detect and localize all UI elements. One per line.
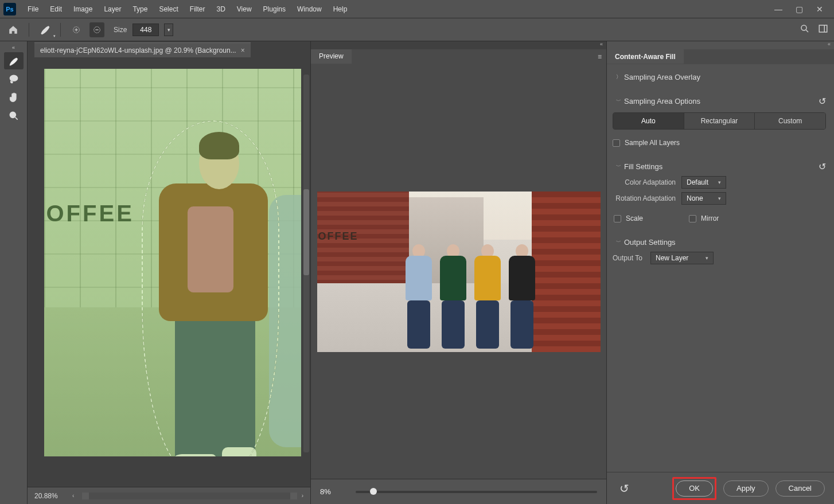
canvas-viewport[interactable]: OFFEE [28,57,310,487]
preview-body[interactable]: OFFEE [311,64,606,479]
section-header-output[interactable]: ﹀ Output Settings [613,234,826,250]
mirror-checkbox-row[interactable]: Mirror [689,211,719,226]
seg-rectangular[interactable]: Rectangular [684,113,755,129]
expand-handle-icon[interactable]: « [12,44,15,52]
menu-3d[interactable]: 3D [211,0,231,18]
menu-plugins[interactable]: Plugins [258,0,291,18]
menu-type[interactable]: Type [127,0,153,18]
lasso-tool[interactable] [4,71,24,88]
zoom-tool[interactable] [4,107,24,124]
menu-view[interactable]: View [231,0,258,18]
color-adaptation-dropdown[interactable]: Default ▾ [681,176,726,189]
reset-all-icon[interactable]: ↺ [616,482,633,495]
document-zoom-value[interactable]: 20.88% [34,492,68,500]
output-to-dropdown[interactable]: New Layer ▾ [650,252,714,264]
document-tab[interactable]: eliott-reyna-jCEpN62oWL4-unsplash.jpg @ … [34,42,251,57]
ok-button[interactable]: OK [676,480,713,497]
menu-layer[interactable]: Layer [98,0,127,18]
size-input[interactable] [132,24,159,36]
rotation-adaptation-dropdown[interactable]: None ▾ [681,192,726,205]
maximize-icon[interactable]: ▢ [794,5,804,14]
menu-help[interactable]: Help [328,0,353,18]
vertical-scrollbar[interactable] [303,75,309,452]
divider [29,23,29,37]
chevron-right-icon[interactable]: › [302,493,303,499]
scale-checkbox-row[interactable]: Scale [614,211,643,226]
caf-body: 〉 Sampling Area Overlay ﹀ Sampling Area … [607,64,834,472]
size-label: Size [114,26,127,34]
tool-preset-icon[interactable] [37,22,52,37]
chevron-down-icon: ▾ [718,196,721,201]
svg-point-2 [801,25,806,30]
seg-custom[interactable]: Custom [755,113,825,129]
workspace-switcher-icon[interactable] [818,24,828,36]
coffee-sign-text: OFFEE [46,201,134,226]
expand-handle-icon[interactable]: « [311,41,606,49]
caf-tab[interactable]: Content-Aware Fill [607,49,684,64]
menu-edit[interactable]: Edit [44,0,68,18]
chevron-down-icon: ﹀ [613,163,624,170]
menu-image[interactable]: Image [68,0,98,18]
expand-handle-icon[interactable]: « [607,41,834,49]
output-to-row: Output To New Layer ▾ [613,250,826,266]
seg-auto[interactable]: Auto [613,113,684,129]
subtract-sampling-icon[interactable] [89,22,104,37]
window-controls: — ▢ ✕ [773,5,831,14]
tab-close-icon[interactable]: × [241,46,245,54]
section-label: Fill Settings [624,162,662,171]
preview-zoom-value[interactable]: 8% [320,487,349,496]
selection-marquee [142,120,279,456]
reset-icon[interactable]: ↺ [819,96,826,107]
section-header-overlay[interactable]: 〉 Sampling Area Overlay [613,69,826,85]
slider-knob[interactable] [370,488,377,495]
menu-window[interactable]: Window [291,0,328,18]
sampling-brush-tool[interactable] [4,52,24,69]
svg-point-4 [10,75,17,81]
preview-image: OFFEE [317,192,601,352]
hand-tool[interactable] [4,89,24,106]
preview-coffee-text: OFFEE [318,230,358,243]
horizontal-scrollbar[interactable] [82,493,297,499]
document-tabstrip: eliott-reyna-jCEpN62oWL4-unsplash.jpg @ … [28,41,310,57]
preview-zoom-slider[interactable] [356,491,597,493]
checkbox-label: Sample All Layers [625,139,680,147]
chevron-left-icon[interactable]: ‹ [72,493,74,499]
preview-tab[interactable]: Preview [311,49,352,64]
scale-mirror-row: Scale Mirror [613,211,826,226]
menu-file[interactable]: File [22,0,44,18]
dropdown-value: None [687,194,703,202]
menu-select[interactable]: Select [153,0,184,18]
options-bar: Size ▾ [0,18,834,41]
reset-icon[interactable]: ↺ [819,161,826,172]
chevron-right-icon: 〉 [613,73,624,81]
size-dropdown-icon[interactable]: ▾ [164,24,173,36]
caf-footer: ↺ OK Apply Cancel [607,472,834,504]
sample-all-layers-row[interactable]: Sample All Layers [613,135,826,150]
preview-footer: 8% [311,479,606,504]
sampling-mode-group: Auto Rectangular Custom [613,112,826,130]
checkbox[interactable] [689,215,696,222]
section-sampling-overlay: 〉 Sampling Area Overlay [613,69,826,85]
section-header-options[interactable]: ﹀ Sampling Area Options ↺ [613,93,826,109]
close-icon[interactable]: ✕ [814,5,825,14]
add-sampling-icon[interactable] [69,22,84,37]
home-icon[interactable] [6,22,21,37]
document-canvas[interactable]: OFFEE [44,69,301,456]
section-label: Sampling Area Overlay [624,73,700,81]
chevron-down-icon: ▾ [718,179,721,185]
menu-filter[interactable]: Filter [184,0,211,18]
panel-menu-icon[interactable]: ≡ [593,49,606,64]
checkbox[interactable] [614,215,621,222]
cancel-button[interactable]: Cancel [775,480,825,497]
search-icon[interactable] [800,24,810,36]
preview-tabrow: Preview ≡ [311,49,606,64]
section-output-settings: ﹀ Output Settings Output To New Layer ▾ [613,234,826,266]
checkbox[interactable] [613,139,620,147]
caf-panel: « Content-Aware Fill 〉 Sampling Area Ove… [607,41,834,504]
minimize-icon[interactable]: — [773,5,784,14]
ok-highlight-annotation: OK [672,477,716,500]
apply-button[interactable]: Apply [723,480,769,497]
document-tab-title: eliott-reyna-jCEpN62oWL4-unsplash.jpg @ … [40,46,236,54]
section-header-fill[interactable]: ﹀ Fill Settings ↺ [613,158,826,174]
scrollbar-thumb[interactable] [303,189,309,275]
